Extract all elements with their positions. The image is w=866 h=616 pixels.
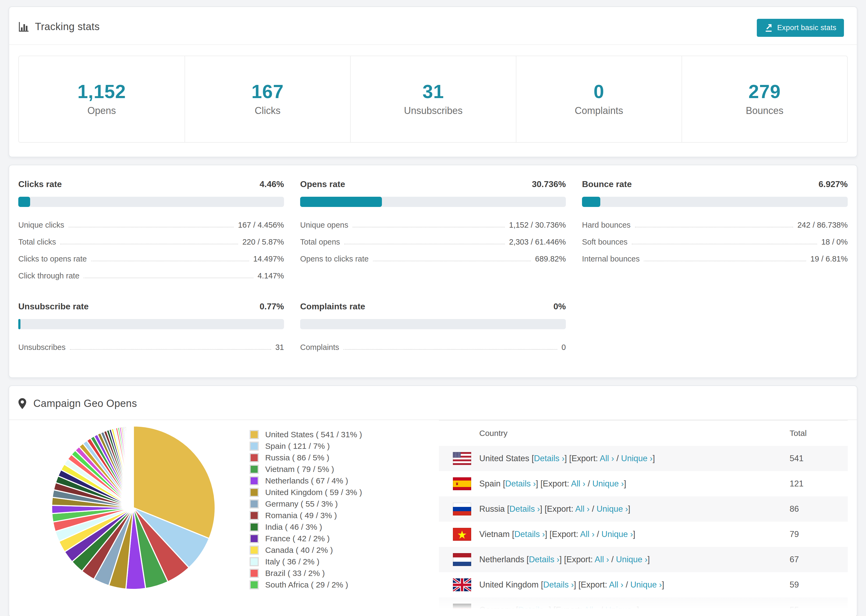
- bracket: ]: [565, 454, 569, 463]
- legend-item-south-africa[interactable]: South Africa ( 29 / 2% ): [250, 579, 362, 591]
- export-unique-link[interactable]: Unique ›: [621, 454, 652, 463]
- country-name: United Kingdom: [479, 580, 541, 589]
- legend-item-united-kingdom[interactable]: United Kingdom ( 59 / 3% ): [250, 486, 362, 498]
- country-cell: Germany [Details ›] [Export: All › / Uni…: [479, 605, 639, 615]
- legend-label: United States ( 541 / 31% ): [265, 430, 362, 439]
- rate-stat-label: Total clicks: [18, 237, 56, 247]
- rate-stat-value: 2,303 / 61.446%: [509, 237, 566, 247]
- geo-table-row-gb: United Kingdom [Details ›] [Export: All …: [439, 572, 848, 597]
- legend-label: United Kingdom ( 59 / 3% ): [265, 488, 362, 497]
- stat-label: Bounces: [685, 105, 844, 116]
- dotted-leader: [60, 244, 238, 244]
- rate-stat-label: Opens to clicks rate: [300, 255, 369, 263]
- rate-stat-row: Soft bounces18 / 0%: [582, 234, 848, 250]
- export-all-link[interactable]: All ›: [575, 504, 589, 514]
- export-all-link[interactable]: All ›: [584, 605, 598, 614]
- stat-label: Opens: [22, 105, 181, 116]
- export-unique-link[interactable]: Unique ›: [605, 605, 637, 614]
- legend-item-united-states[interactable]: United States ( 541 / 31% ): [250, 429, 362, 440]
- country-cell: Vietnam [Details ›] [Export: All › / Uni…: [479, 530, 635, 539]
- bracket: [: [507, 504, 509, 514]
- details-link[interactable]: Details ›: [514, 530, 545, 539]
- summary-stat-complaints: 0Complaints: [516, 56, 682, 142]
- legend-swatch: [250, 557, 259, 566]
- details-link[interactable]: Details ›: [529, 555, 559, 564]
- separator: /: [594, 530, 601, 539]
- rate-value: 30.736%: [532, 179, 566, 189]
- details-link[interactable]: Details ›: [534, 454, 565, 463]
- geo-table-row-nl: Netherlands [Details ›] [Export: All › /…: [439, 547, 848, 572]
- separator: /: [589, 504, 597, 514]
- country-name: Spain: [479, 479, 503, 488]
- legend-item-france[interactable]: France ( 42 / 2% ): [250, 533, 362, 544]
- export-unique-link[interactable]: Unique ›: [597, 504, 628, 514]
- country-name: Netherlands: [479, 555, 527, 564]
- bracket: ]: [662, 580, 664, 589]
- details-link[interactable]: Details ›: [518, 605, 549, 614]
- legend-label: Spain ( 121 / 7% ): [265, 442, 330, 451]
- pie-slice[interactable]: [133, 426, 134, 508]
- geo-table-row-ru: Russia [Details ›] [Export: All › / Uniq…: [439, 497, 848, 522]
- rate-stat-value: 4.147%: [258, 272, 284, 280]
- geo-pie-legend: United States ( 541 / 31% )Spain ( 121 /…: [250, 429, 362, 591]
- legend-item-vietnam[interactable]: Vietnam ( 79 / 5% ): [250, 464, 362, 475]
- rate-stat-row: Complaints0: [300, 339, 566, 356]
- details-link[interactable]: Details ›: [505, 479, 536, 488]
- rate-section-complaints-rate: Complaints rate0%Complaints0: [300, 302, 566, 356]
- export-basic-stats-button[interactable]: Export basic stats: [757, 19, 844, 37]
- legend-item-canada[interactable]: Canada ( 40 / 2% ): [250, 544, 362, 556]
- bracket: ]: [648, 555, 650, 564]
- country-cell: United States [Details ›] [Export: All ›…: [479, 454, 655, 464]
- rates-grid: Clicks rate4.46%Unique clicks167 / 4.456…: [9, 165, 857, 377]
- dotted-leader: [353, 227, 505, 227]
- details-link[interactable]: Details ›: [543, 580, 574, 589]
- export-all-link[interactable]: All ›: [580, 530, 594, 539]
- legend-label: Brazil ( 33 / 2% ): [265, 569, 325, 578]
- bracket: [: [503, 479, 505, 488]
- geo-opens-card: Campaign Geo Opens United States ( 541 /…: [9, 385, 857, 616]
- summary-stat-opens: 1,152Opens: [19, 56, 184, 142]
- export-all-link[interactable]: All ›: [609, 580, 623, 589]
- export-all-link[interactable]: All ›: [571, 479, 585, 488]
- dotted-leader: [373, 261, 531, 261]
- legend-item-netherlands[interactable]: Netherlands ( 67 / 4% ): [250, 475, 362, 486]
- legend-item-brazil[interactable]: Brazil ( 33 / 2% ): [250, 567, 362, 579]
- legend-item-romania[interactable]: Romania ( 49 / 3% ): [250, 509, 362, 521]
- legend-label: Germany ( 55 / 3% ): [265, 499, 338, 509]
- geo-pie-chart[interactable]: [50, 424, 217, 593]
- legend-item-india[interactable]: India ( 46 / 3% ): [250, 521, 362, 533]
- details-link[interactable]: Details ›: [509, 504, 540, 514]
- nl-flag-icon: [453, 553, 471, 566]
- export-unique-link[interactable]: Unique ›: [616, 555, 647, 564]
- rate-stat-label: Hard bounces: [582, 221, 631, 229]
- country-name: Vietnam: [479, 530, 512, 539]
- legend-item-russia[interactable]: Russia ( 86 / 5% ): [250, 452, 362, 464]
- rate-title: Complaints rate: [300, 302, 365, 311]
- legend-label: India ( 46 / 3% ): [265, 522, 322, 532]
- export-all-link[interactable]: All ›: [600, 454, 614, 463]
- legend-item-germany[interactable]: Germany ( 55 / 3% ): [250, 498, 362, 509]
- geo-table-row-de: Germany [Details ›] [Export: All › / Uni…: [439, 597, 848, 616]
- rate-progress-bar: [18, 197, 284, 207]
- legend-swatch: [250, 465, 259, 474]
- de-flag-icon: [453, 603, 471, 616]
- rate-stat-value: 167 / 4.456%: [238, 221, 284, 229]
- legend-item-italy[interactable]: Italy ( 36 / 2% ): [250, 556, 362, 567]
- bracket: ]: [545, 530, 550, 539]
- export-unique-link[interactable]: Unique ›: [601, 530, 633, 539]
- rate-stat-value: 689.82%: [535, 255, 566, 263]
- bracket: ]: [549, 605, 553, 614]
- dotted-leader: [83, 278, 253, 278]
- export-unique-link[interactable]: Unique ›: [592, 479, 624, 488]
- rate-stat-label: Clicks to opens rate: [18, 255, 87, 263]
- bracket: ]: [559, 555, 564, 564]
- tracking-stats-page: Tracking stats Export basic stats 1,152O…: [0, 6, 866, 616]
- export-unique-link[interactable]: Unique ›: [630, 580, 662, 589]
- legend-swatch: [250, 488, 259, 497]
- vn-flag-icon: [453, 528, 471, 541]
- legend-item-spain[interactable]: Spain ( 121 / 7% ): [250, 440, 362, 452]
- country-name: Russia: [479, 504, 507, 514]
- rate-value: 6.927%: [819, 179, 848, 189]
- rate-section-clicks-rate: Clicks rate4.46%Unique clicks167 / 4.456…: [18, 179, 284, 284]
- export-all-link[interactable]: All ›: [595, 555, 609, 564]
